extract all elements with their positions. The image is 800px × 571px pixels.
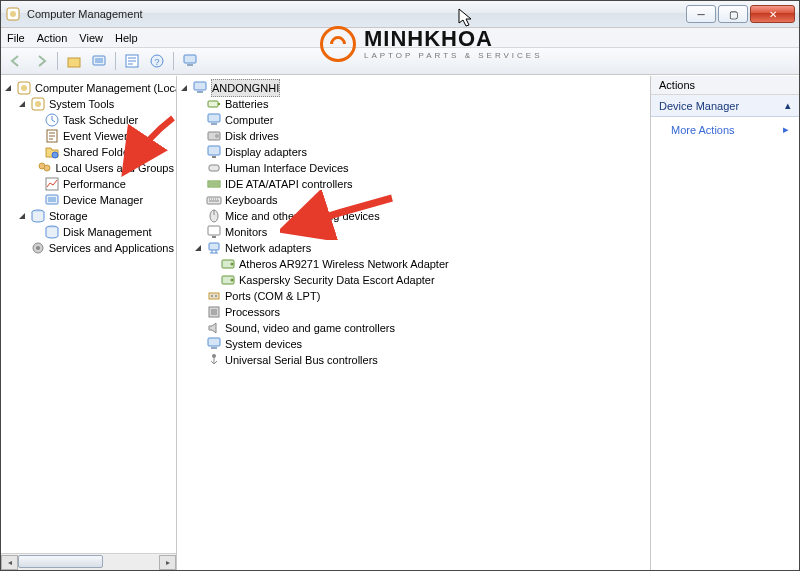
tree-label: Event Viewer (63, 128, 128, 144)
item-icon (44, 224, 60, 240)
tree-label: Batteries (225, 96, 268, 112)
menu-view[interactable]: View (79, 32, 103, 44)
tree-item[interactable]: Ports (COM & LPT) (179, 288, 648, 304)
tree-label: Kaspersky Security Data Escort Adapter (239, 272, 435, 288)
actions-section[interactable]: Device Manager ▴ (651, 95, 799, 117)
item-icon (206, 240, 222, 256)
window-title: Computer Management (27, 8, 686, 20)
chevron-right-icon: ▸ (783, 123, 789, 136)
tree-item[interactable]: Kaspersky Security Data Escort Adapter (179, 272, 648, 288)
tree-item[interactable]: Device Manager (3, 192, 174, 208)
tree-item[interactable]: Human Interface Devices (179, 160, 648, 176)
tree-label: Computer (225, 112, 273, 128)
tree-item[interactable]: Local Users and Groups (3, 160, 174, 176)
item-icon (44, 192, 60, 208)
tree-item[interactable]: Keyboards (179, 192, 648, 208)
item-icon (192, 80, 208, 96)
tree-item[interactable]: Network adapters (179, 240, 648, 256)
tree-item[interactable]: Performance (3, 176, 174, 192)
maximize-button[interactable]: ▢ (718, 5, 748, 23)
item-icon (44, 128, 60, 144)
scroll-left-button[interactable]: ◂ (1, 555, 18, 570)
menu-help[interactable]: Help (115, 32, 138, 44)
tree-item[interactable]: Computer (179, 112, 648, 128)
tree-item[interactable]: Computer Management (Local) (3, 80, 174, 96)
collapse-icon[interactable] (3, 82, 15, 94)
tree-item[interactable]: Disk drives (179, 128, 648, 144)
tree-item[interactable]: ANDONGNHI (179, 80, 648, 96)
item-icon (44, 112, 60, 128)
up-button[interactable] (63, 50, 85, 72)
item-icon (206, 288, 222, 304)
tree-item[interactable]: Processors (179, 304, 648, 320)
tree-item[interactable]: Storage (3, 208, 174, 224)
tree-item[interactable]: System devices (179, 336, 648, 352)
tree-item[interactable]: Atheros AR9271 Wireless Network Adapter (179, 256, 648, 272)
tree-label: Disk Management (63, 224, 152, 240)
menu-file[interactable]: File (7, 32, 25, 44)
tree-label: Performance (63, 176, 126, 192)
console-tree[interactable]: Computer Management (Local) System Tools… (1, 76, 176, 260)
tree-item[interactable]: Display adapters (179, 144, 648, 160)
item-icon (206, 112, 222, 128)
tree-item[interactable]: Services and Applications (3, 240, 174, 256)
menu-action[interactable]: Action (37, 32, 68, 44)
item-icon (206, 176, 222, 192)
collapse-icon[interactable] (193, 242, 205, 254)
close-button[interactable]: ✕ (750, 5, 795, 23)
item-icon (16, 80, 32, 96)
item-icon (206, 336, 222, 352)
scan-button[interactable] (179, 50, 201, 72)
actions-header: Actions (651, 76, 799, 95)
tree-label: Local Users and Groups (55, 160, 174, 176)
tree-label: IDE ATA/ATAPI controllers (225, 176, 353, 192)
minimize-button[interactable]: ─ (686, 5, 716, 23)
tree-label: Mice and other pointing devices (225, 208, 380, 224)
show-hide-tree-button[interactable] (88, 50, 110, 72)
help-button[interactable] (146, 50, 168, 72)
tree-label: Computer Management (Local) (35, 80, 177, 96)
tree-item[interactable]: Monitors (179, 224, 648, 240)
tree-item[interactable]: Mice and other pointing devices (179, 208, 648, 224)
console-tree-pane: Computer Management (Local) System Tools… (1, 76, 177, 570)
tree-item[interactable]: IDE ATA/ATAPI controllers (179, 176, 648, 192)
item-icon (30, 96, 46, 112)
tree-label: Device Manager (63, 192, 143, 208)
collapse-icon[interactable] (17, 210, 29, 222)
scroll-thumb[interactable] (18, 555, 103, 568)
item-icon (220, 256, 236, 272)
tree-label: Atheros AR9271 Wireless Network Adapter (239, 256, 449, 272)
item-icon (206, 320, 222, 336)
collapse-icon: ▴ (785, 99, 791, 112)
more-actions-link[interactable]: More Actions ▸ (651, 117, 799, 142)
menubar: File Action View Help (1, 28, 799, 48)
back-button[interactable] (5, 50, 27, 72)
tree-item[interactable]: Disk Management (3, 224, 174, 240)
properties-button[interactable] (121, 50, 143, 72)
forward-button[interactable] (30, 50, 52, 72)
item-icon (206, 208, 222, 224)
device-manager-pane: ANDONGNHI Batteries Computer Disk drives… (177, 76, 651, 570)
tree-label: Shared Folders (63, 144, 138, 160)
scroll-right-button[interactable]: ▸ (159, 555, 176, 570)
computer-management-window: Computer Management ─ ▢ ✕ File Action Vi… (0, 0, 800, 571)
item-icon (220, 272, 236, 288)
left-scrollbar: ◂ ▸ (1, 553, 176, 570)
item-icon (206, 192, 222, 208)
tree-item[interactable]: Shared Folders (3, 144, 174, 160)
tree-item[interactable]: Batteries (179, 96, 648, 112)
item-icon (206, 128, 222, 144)
item-icon (206, 96, 222, 112)
tree-item[interactable]: System Tools (3, 96, 174, 112)
item-icon (206, 304, 222, 320)
tree-item[interactable]: Universal Serial Bus controllers (179, 352, 648, 368)
tree-label: Network adapters (225, 240, 311, 256)
actions-section-label: Device Manager (659, 100, 739, 112)
device-tree[interactable]: ANDONGNHI Batteries Computer Disk drives… (177, 76, 650, 372)
tree-item[interactable]: Event Viewer (3, 128, 174, 144)
tree-item[interactable]: Sound, video and game controllers (179, 320, 648, 336)
collapse-icon[interactable] (179, 82, 191, 94)
tree-item[interactable]: Task Scheduler (3, 112, 174, 128)
collapse-icon[interactable] (17, 98, 29, 110)
titlebar[interactable]: Computer Management ─ ▢ ✕ (1, 1, 799, 28)
